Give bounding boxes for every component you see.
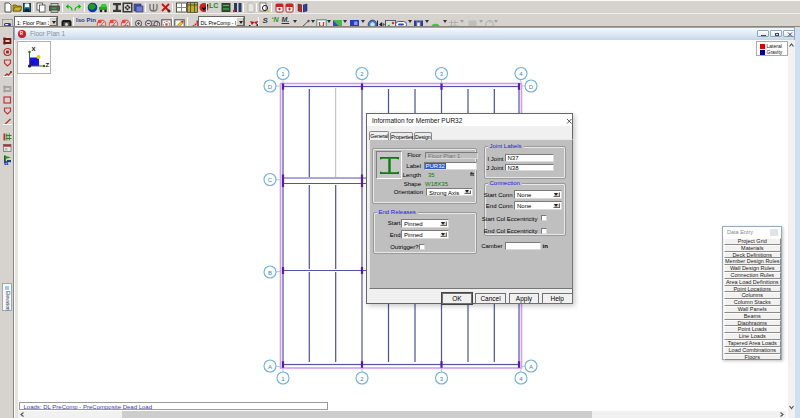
svg-text:Z: Z bbox=[46, 62, 50, 68]
svg-text:A: A bbox=[268, 364, 272, 370]
svg-text:B: B bbox=[268, 270, 272, 276]
svg-text:C: C bbox=[268, 177, 273, 183]
svg-text:A: A bbox=[529, 364, 533, 370]
svg-text:X: X bbox=[32, 46, 36, 52]
svg-text:D: D bbox=[268, 84, 273, 90]
svg-text:D: D bbox=[529, 84, 534, 90]
